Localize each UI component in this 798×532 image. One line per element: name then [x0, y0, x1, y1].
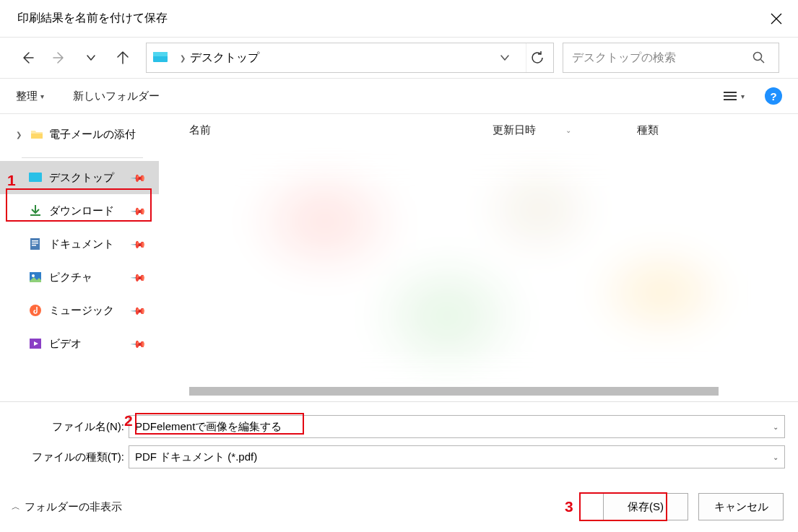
pin-icon: 📌: [130, 169, 147, 186]
window-title: 印刷結果を名前を付けて保存: [17, 11, 168, 26]
pin-icon: 📌: [130, 235, 147, 252]
blurred-content: [172, 150, 784, 387]
recent-dropdown-button[interactable]: [75, 38, 107, 78]
quick-music[interactable]: ミュージック 📌: [0, 294, 159, 327]
arrow-left-icon: [20, 51, 35, 65]
quick-videos[interactable]: ビデオ 📌: [0, 327, 159, 360]
pin-icon: 📌: [130, 335, 147, 352]
form-area: ファイル名(N): PDFelementで画像を編集する ⌄ ファイルの種類(T…: [0, 401, 798, 481]
back-button[interactable]: [12, 38, 43, 78]
horizontal-scrollbar[interactable]: [189, 387, 719, 396]
svg-rect-6: [32, 243, 38, 244]
list-view-icon: [724, 92, 737, 100]
quick-label: ビデオ: [49, 337, 82, 351]
filename-input[interactable]: PDFelementで画像を編集する ⌄: [129, 415, 785, 438]
refresh-icon: [531, 51, 544, 64]
organize-menu[interactable]: 整理 ▾: [16, 90, 44, 103]
filetype-label: ファイルの種類(T):: [13, 450, 129, 464]
refresh-button[interactable]: [526, 43, 547, 72]
search-icon: [753, 51, 771, 64]
svg-rect-4: [30, 238, 40, 250]
quick-downloads[interactable]: ダウンロード 📌: [0, 194, 159, 227]
desktop-icon: [29, 171, 42, 184]
up-button[interactable]: [107, 38, 139, 78]
svg-rect-1: [153, 52, 168, 56]
breadcrumb-current[interactable]: デスクトップ: [190, 51, 259, 66]
pin-icon: 📌: [130, 202, 147, 219]
quick-label: デスクトップ: [49, 171, 114, 185]
expand-icon[interactable]: ❯: [16, 131, 26, 139]
folder-icon: [30, 128, 43, 141]
pin-icon: 📌: [130, 302, 147, 318]
svg-point-2: [754, 53, 762, 61]
file-list[interactable]: [168, 146, 798, 401]
videos-icon: [29, 337, 42, 350]
cancel-button[interactable]: キャンセル: [698, 493, 784, 520]
documents-icon: [29, 237, 42, 250]
quick-documents[interactable]: ドキュメント 📌: [0, 227, 159, 261]
desktop-folder-icon: [152, 50, 168, 66]
column-date[interactable]: 更新日時⌄: [493, 123, 637, 137]
chevron-down-icon: [500, 53, 510, 63]
arrow-up-icon: [116, 51, 130, 65]
forward-button[interactable]: [43, 38, 75, 78]
address-dropdown[interactable]: [500, 53, 521, 63]
tree-item-attachments[interactable]: ❯ 電子メールの添付: [0, 118, 159, 150]
help-button[interactable]: ?: [765, 87, 782, 105]
quick-label: ピクチャ: [49, 271, 92, 284]
music-icon: [29, 304, 42, 317]
file-pane: 名前 更新日時⌄ 種類: [159, 114, 798, 401]
quick-pictures[interactable]: ピクチャ 📌: [0, 261, 159, 294]
hide-folders-label: フォルダーの非表示: [25, 500, 122, 514]
chevron-up-icon: ︿: [12, 501, 20, 513]
hide-folders-toggle[interactable]: ︿ フォルダーの非表示: [12, 500, 122, 514]
pictures-icon: [29, 271, 42, 284]
svg-rect-3: [29, 173, 42, 182]
caret-down-icon: ▾: [40, 92, 44, 100]
view-menu[interactable]: ▾: [724, 92, 745, 100]
new-folder-button[interactable]: 新しいフォルダー: [73, 90, 160, 103]
caret-down-icon: ▾: [741, 92, 745, 100]
quick-desktop[interactable]: デスクトップ 📌: [0, 161, 159, 194]
filename-value: PDFelementで画像を編集する: [135, 420, 282, 434]
search-input[interactable]: [571, 51, 753, 65]
chevron-down-icon[interactable]: ⌄: [773, 423, 779, 431]
sort-indicator-icon: ⌄: [565, 126, 572, 134]
svg-rect-5: [32, 240, 38, 242]
save-button[interactable]: 保存(S): [603, 493, 688, 520]
arrow-right-icon: [52, 51, 66, 65]
filetype-select[interactable]: PDF ドキュメント (*.pdf) ⌄: [129, 445, 785, 468]
filename-label: ファイル名(N):: [13, 420, 129, 434]
filetype-value: PDF ドキュメント (*.pdf): [135, 450, 257, 464]
quick-label: ダウンロード: [49, 204, 114, 218]
svg-rect-7: [32, 245, 36, 246]
quick-label: ドキュメント: [49, 237, 114, 251]
new-folder-label: 新しいフォルダー: [73, 90, 160, 103]
search-box[interactable]: [563, 43, 779, 73]
column-name[interactable]: 名前: [189, 123, 493, 137]
quick-label: ミュージック: [49, 304, 114, 318]
breadcrumb-separator: ❯: [180, 54, 186, 62]
close-icon: [771, 13, 782, 25]
organize-label: 整理: [16, 90, 38, 103]
pin-icon: 📌: [130, 269, 147, 285]
sidebar: ❯ 電子メールの添付 デスクトップ 📌 ダウンロード 📌 ドキュメント �: [0, 114, 159, 401]
svg-point-9: [32, 274, 35, 277]
column-type[interactable]: 種類: [637, 123, 798, 137]
close-button[interactable]: [755, 0, 798, 38]
chevron-down-icon[interactable]: ⌄: [773, 453, 779, 461]
address-bar[interactable]: ❯ デスクトップ: [146, 43, 554, 73]
tree-item-label: 電子メールの添付: [49, 128, 136, 141]
downloads-icon: [29, 204, 42, 217]
chevron-down-icon: [86, 53, 96, 63]
column-headers: 名前 更新日時⌄ 種類: [168, 114, 798, 146]
